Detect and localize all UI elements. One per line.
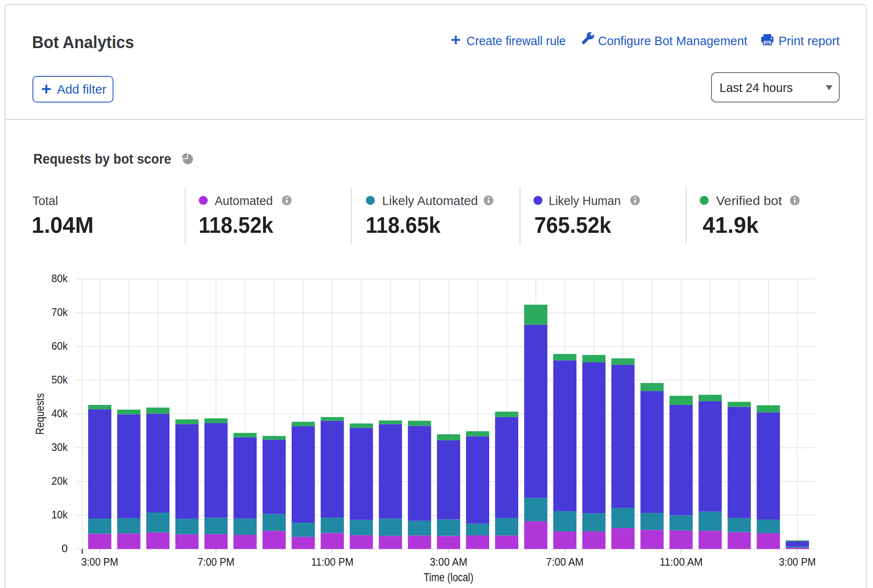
svg-text:7:00 PM: 7:00 PM	[197, 556, 234, 568]
svg-text:10k: 10k	[51, 508, 68, 521]
svg-text:3:00 AM: 3:00 AM	[430, 556, 467, 568]
svg-text:3:00 PM: 3:00 PM	[81, 556, 119, 568]
svg-text:80k: 80k	[51, 272, 68, 285]
svg-text:Time (local): Time (local)	[424, 571, 474, 584]
svg-text:Requests: Requests	[34, 393, 46, 435]
svg-text:3:00 PM: 3:00 PM	[779, 556, 816, 568]
svg-text:0: 0	[62, 542, 67, 555]
svg-text:30k: 30k	[51, 441, 68, 453]
svg-text:70k: 70k	[51, 306, 68, 318]
svg-text:7:00 AM: 7:00 AM	[546, 556, 584, 568]
svg-text:50k: 50k	[51, 373, 68, 386]
svg-text:11:00 PM: 11:00 PM	[311, 556, 354, 568]
svg-text:20k: 20k	[51, 475, 68, 487]
svg-text:60k: 60k	[51, 340, 68, 352]
svg-text:40k: 40k	[51, 407, 68, 420]
svg-text:11:00 AM: 11:00 AM	[660, 556, 703, 568]
